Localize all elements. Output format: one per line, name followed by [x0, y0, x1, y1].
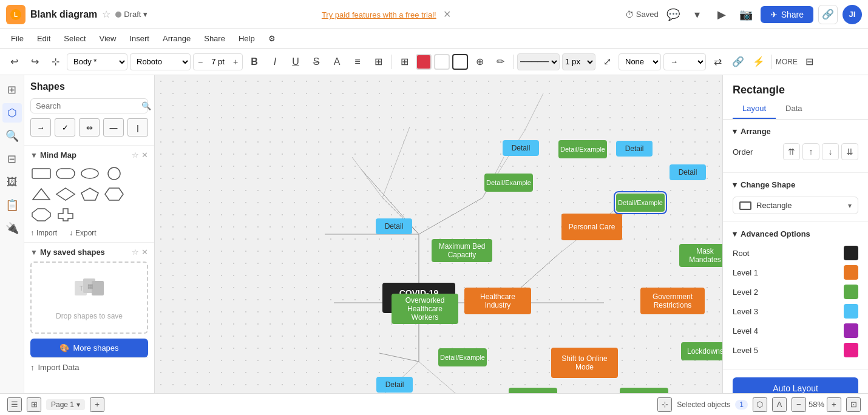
order-backward-btn[interactable]: ↓ — [822, 143, 839, 160]
mm-rounded-rect[interactable] — [55, 164, 76, 183]
font-family-select[interactable]: Roboto — [130, 53, 191, 70]
mm-hexagon[interactable] — [103, 185, 125, 203]
mm-rect[interactable] — [30, 164, 52, 183]
menu-arrange[interactable]: Arrange — [157, 32, 197, 46]
line-style-select[interactable]: ───── — [517, 53, 560, 70]
expand-icon[interactable]: ▾ — [688, 5, 707, 24]
redo-button[interactable]: ↪ — [25, 53, 44, 71]
line-width-select[interactable]: 1 px — [562, 53, 595, 70]
strikethrough-button[interactable]: S — [307, 53, 325, 71]
arrow-select[interactable]: → — [663, 53, 706, 70]
menu-help[interactable]: Help — [232, 32, 261, 46]
menu-select[interactable]: Select — [58, 32, 92, 46]
text-color-btn[interactable] — [452, 54, 468, 70]
app-logo[interactable]: L — [6, 5, 25, 24]
waypoint-button[interactable]: ⇄ — [708, 53, 727, 71]
link-button[interactable]: 🔗 — [818, 5, 838, 24]
menu-extras[interactable]: ⚙ — [262, 32, 282, 46]
order-front-btn[interactable]: ⇈ — [783, 143, 800, 160]
shape-checkmark[interactable]: ✓ — [55, 118, 75, 137]
menu-view[interactable]: View — [93, 32, 123, 46]
node-detail-1[interactable]: Detail — [503, 140, 539, 156]
mm-triangle[interactable] — [30, 185, 52, 203]
saved-shapes-close[interactable]: ✕ — [141, 248, 148, 257]
panel-icon-search[interactable]: 🔍 — [2, 126, 22, 146]
node-mask-mandates[interactable]: Mask Mandates — [679, 244, 722, 267]
more-label[interactable]: MORE — [776, 58, 798, 66]
font-style-select[interactable]: Body * — [67, 53, 127, 70]
fill-color-btn[interactable] — [416, 54, 432, 70]
zoom-in-button[interactable]: + — [827, 397, 841, 412]
mm-pentagon[interactable] — [79, 185, 101, 203]
shape-line[interactable]: — — [103, 118, 124, 137]
node-max-bed[interactable]: Maximum Bed Capacity — [432, 239, 492, 262]
advanced-options-title[interactable]: ▾ Advanced Options — [733, 229, 858, 238]
level-3-color[interactable] — [844, 304, 858, 319]
comment-icon[interactable]: 💬 — [663, 5, 683, 24]
layers-icon[interactable]: ⬡ — [753, 397, 767, 412]
canvas-area[interactable]: COVID-19Pandemic Personal Care Healthcar… — [155, 75, 722, 415]
order-forward-btn[interactable]: ↑ — [802, 143, 819, 160]
mindmap-section-header[interactable]: ▼ Mind Map ☆ ✕ — [30, 150, 148, 160]
panel-icon-templates[interactable]: 📋 — [2, 195, 22, 215]
panel-icon-image[interactable]: 🖼 — [2, 172, 22, 192]
panel-icon-layers[interactable]: ⊟ — [2, 149, 22, 169]
panel-icon-plugins[interactable]: 🔌 — [2, 218, 22, 238]
font-size-increase[interactable]: + — [229, 53, 242, 70]
export-button[interactable]: ↓ Export — [69, 229, 97, 237]
tab-layout[interactable]: Layout — [733, 99, 776, 119]
status-list-view[interactable]: ☰ — [7, 397, 22, 412]
node-detail-4[interactable]: Detail — [376, 218, 412, 234]
zoom-out-button[interactable]: − — [792, 397, 806, 412]
table-button[interactable]: ⊞ — [395, 53, 413, 71]
align-more-button[interactable]: ⊞ — [369, 53, 387, 71]
panel-icon-shapes[interactable]: ⬡ — [2, 103, 22, 123]
shape-arrow-right[interactable]: → — [30, 118, 51, 137]
arrange-section-title[interactable]: ▾ Arrange — [733, 127, 858, 136]
play-icon[interactable]: ▶ — [712, 5, 731, 24]
node-personal-care[interactable]: Personal Care — [561, 214, 622, 240]
eraser-button[interactable]: ✏ — [491, 53, 509, 71]
mm-octagon[interactable] — [30, 206, 52, 224]
mm-diamond[interactable] — [55, 185, 76, 203]
draft-badge[interactable]: Draft ▾ — [115, 10, 147, 19]
star-icon[interactable]: ☆ — [102, 8, 110, 20]
italic-button[interactable]: I — [266, 53, 284, 71]
saved-shapes-star[interactable]: ☆ — [132, 248, 139, 257]
node-detail-3[interactable]: Detail — [670, 164, 706, 180]
node-detail-2[interactable]: Detail — [616, 141, 653, 157]
banner-close-icon[interactable]: ✕ — [443, 9, 451, 19]
node-healthcare[interactable]: Healthcare Industry — [464, 288, 531, 314]
align-button[interactable]: ≡ — [348, 53, 367, 71]
font-color-button[interactable]: A — [328, 53, 346, 71]
font-size-decrease[interactable]: − — [194, 53, 207, 70]
mm-circle[interactable] — [103, 164, 125, 183]
add-page-button[interactable]: + — [90, 397, 104, 412]
menu-file[interactable]: File — [5, 32, 30, 46]
mm-cross[interactable] — [55, 206, 76, 224]
node-overworked[interactable]: Overworked Healthcare Workers — [392, 294, 458, 324]
shape-double-arrow[interactable]: ⇔ — [79, 118, 100, 137]
change-shape-dropdown[interactable]: Rectangle ▾ — [733, 197, 858, 214]
mindmap-star[interactable]: ☆ — [132, 150, 139, 160]
node-detail-example-4[interactable]: Detail/Example — [438, 348, 487, 366]
trial-text[interactable]: Try paid features with a free trial! — [322, 10, 436, 19]
menu-share[interactable]: Share — [198, 32, 231, 46]
node-detail-8[interactable]: Detail — [376, 377, 413, 393]
link-button2[interactable]: 🔗 — [729, 53, 747, 71]
format-panel-button[interactable]: ⊟ — [800, 53, 818, 71]
node-detail-example-1[interactable]: Detail/Example — [484, 174, 533, 192]
cursor-button[interactable]: ⊹ — [46, 53, 64, 71]
fit-screen-button[interactable]: ⊡ — [846, 397, 861, 412]
level-5-color[interactable] — [844, 343, 858, 357]
line-angle-button[interactable]: ⤢ — [598, 53, 616, 71]
saved-shapes-header[interactable]: ▼ My saved shapes ☆ ✕ — [30, 248, 148, 257]
menu-edit[interactable]: Edit — [31, 32, 56, 46]
underline-button[interactable]: U — [287, 53, 305, 71]
level-1-color[interactable] — [844, 265, 858, 280]
import-button[interactable]: ↑ Import — [30, 229, 57, 237]
panel-icon-home[interactable]: ⊞ — [2, 80, 22, 100]
pointer-icon[interactable]: ⊹ — [657, 397, 672, 412]
node-online-mode[interactable]: Shift to Online Mode — [551, 348, 618, 378]
bold-button[interactable]: B — [245, 53, 263, 71]
